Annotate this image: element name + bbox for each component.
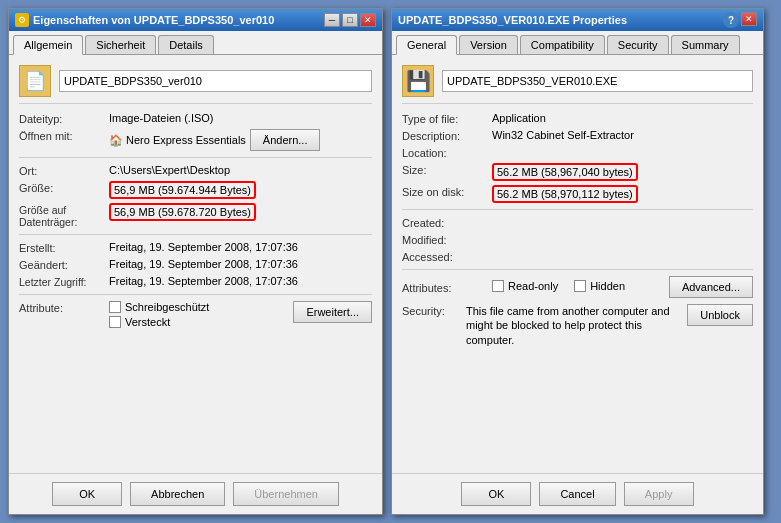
- size-on-disk-row: Size on disk: 56.2 MB (58,970,112 bytes): [402, 185, 753, 203]
- security-section: Security: This file came from another co…: [402, 304, 753, 347]
- right-separator-2: [402, 269, 753, 270]
- read-only-checkbox[interactable]: [492, 280, 504, 292]
- right-tab-bar: General Version Compatibility Security S…: [392, 31, 763, 55]
- left-title-bar: ⚙ Eigenschaften von UPDATE_BDPS350_ver01…: [9, 9, 382, 31]
- left-bottom-buttons: OK Abbrechen Übernehmen: [9, 473, 382, 514]
- versteckt-checkbox[interactable]: [109, 316, 121, 328]
- location-label: Location:: [402, 146, 492, 159]
- groesse-row: Größe: 56,9 MB (59.674.944 Bytes): [19, 181, 372, 199]
- tab-details[interactable]: Details: [158, 35, 214, 54]
- security-label: Security:: [402, 304, 462, 317]
- minimize-button[interactable]: ─: [324, 13, 340, 27]
- modified-row: Modified:: [402, 233, 753, 246]
- groesse-auf-row: Größe auf Datenträger: 56,9 MB (59.678.7…: [19, 203, 372, 228]
- erweitert-button[interactable]: Erweitert...: [293, 301, 372, 323]
- help-button[interactable]: ?: [723, 12, 739, 28]
- separator-1: [19, 157, 372, 158]
- cancel-button[interactable]: Cancel: [539, 482, 615, 506]
- versteckt-row: Versteckt: [109, 316, 293, 328]
- separator-2: [19, 234, 372, 235]
- security-text: This file came from another computer and…: [466, 304, 683, 347]
- close-button[interactable]: ✕: [360, 13, 376, 27]
- left-window-title: Eigenschaften von UPDATE_BDPS350_ver010: [33, 14, 274, 26]
- ok-button-left[interactable]: OK: [52, 482, 122, 506]
- groesse-label: Größe:: [19, 181, 109, 194]
- dateityp-value: Image-Dateien (.ISO): [109, 112, 372, 124]
- tab-version[interactable]: Version: [459, 35, 518, 54]
- groesse-value: 56,9 MB (59.674.944 Bytes): [109, 181, 372, 199]
- hidden-label: Hidden: [590, 280, 625, 292]
- geaendert-value: Freitag, 19. September 2008, 17:07:36: [109, 258, 372, 270]
- ort-row: Ort: C:\Users\Expert\Desktop: [19, 164, 372, 177]
- schreibgeschuetzt-checkbox[interactable]: [109, 301, 121, 313]
- accessed-row: Accessed:: [402, 250, 753, 263]
- created-row: Created:: [402, 216, 753, 229]
- read-only-label: Read-only: [508, 280, 558, 292]
- attributes-label: Attributes:: [402, 281, 492, 294]
- unblock-button[interactable]: Unblock: [687, 304, 753, 326]
- size-value: 56.2 MB (58,967,040 bytes): [492, 163, 753, 181]
- created-label: Created:: [402, 216, 492, 229]
- security-btn-col: Unblock: [687, 304, 753, 326]
- read-only-row: Read-only: [492, 280, 558, 292]
- ok-button-right[interactable]: OK: [461, 482, 531, 506]
- tab-compatibility[interactable]: Compatibility: [520, 35, 605, 54]
- size-highlight: 56.2 MB (58,967,040 bytes): [492, 163, 638, 181]
- attribute-checkboxes: Schreibgeschützt Versteckt: [109, 301, 293, 331]
- attribute-row: Attribute: Schreibgeschützt Versteckt Er…: [19, 301, 372, 331]
- groesse-auf-value: 56,9 MB (59.678.720 Bytes): [109, 203, 372, 221]
- file-header: 📄: [19, 65, 372, 104]
- erstellt-row: Erstellt: Freitag, 19. September 2008, 1…: [19, 241, 372, 254]
- tab-security[interactable]: Security: [607, 35, 669, 54]
- maximize-button[interactable]: □: [342, 13, 358, 27]
- advanced-button[interactable]: Advanced...: [669, 276, 753, 298]
- apply-button[interactable]: Apply: [624, 482, 694, 506]
- file-icon: 📄: [19, 65, 51, 97]
- ort-value: C:\Users\Expert\Desktop: [109, 164, 372, 176]
- right-title-bar-left: UPDATE_BDPS350_VER010.EXE Properties: [398, 14, 627, 26]
- attribute-label: Attribute:: [19, 301, 109, 314]
- type-row: Type of file: Application: [402, 112, 753, 125]
- left-properties-window: ⚙ Eigenschaften von UPDATE_BDPS350_ver01…: [8, 8, 383, 515]
- tab-general[interactable]: General: [396, 35, 457, 55]
- right-properties-window: UPDATE_BDPS350_VER010.EXE Properties ? ✕…: [391, 8, 764, 515]
- oeffnen-text: Nero Express Essentials: [126, 134, 246, 146]
- right-content: 💾 Type of file: Application Description:…: [392, 55, 763, 473]
- tab-summary[interactable]: Summary: [671, 35, 740, 54]
- type-label: Type of file:: [402, 112, 492, 125]
- right-separator-1: [402, 209, 753, 210]
- right-window-title: UPDATE_BDPS350_VER010.EXE Properties: [398, 14, 627, 26]
- location-row: Location:: [402, 146, 753, 159]
- right-file-name-input[interactable]: [442, 70, 753, 92]
- size-on-disk-label: Size on disk:: [402, 185, 492, 198]
- type-value: Application: [492, 112, 753, 124]
- accessed-label: Accessed:: [402, 250, 492, 263]
- tab-allgemein[interactable]: Allgemein: [13, 35, 83, 55]
- attributes-checkboxes: Read-only Hidden Advanced...: [492, 276, 753, 298]
- groesse-auf-highlight: 56,9 MB (59.678.720 Bytes): [109, 203, 256, 221]
- description-value: Win32 Cabinet Self-Extractor: [492, 129, 753, 141]
- ort-label: Ort:: [19, 164, 109, 177]
- size-on-disk-value: 56.2 MB (58,970,112 bytes): [492, 185, 753, 203]
- abbrechen-button[interactable]: Abbrechen: [130, 482, 225, 506]
- oeffnen-row: Öffnen mit: 🏠 Nero Express Essentials Än…: [19, 129, 372, 151]
- geaendert-row: Geändert: Freitag, 19. September 2008, 1…: [19, 258, 372, 271]
- groesse-auf-label: Größe auf Datenträger:: [19, 203, 109, 228]
- right-close-button[interactable]: ✕: [741, 12, 757, 26]
- groesse-highlight: 56,9 MB (59.674.944 Bytes): [109, 181, 256, 199]
- dateityp-row: Dateityp: Image-Dateien (.ISO): [19, 112, 372, 125]
- description-row: Description: Win32 Cabinet Self-Extracto…: [402, 129, 753, 142]
- left-content: 📄 Dateityp: Image-Dateien (.ISO) Öffnen …: [9, 55, 382, 473]
- aendern-button[interactable]: Ändern...: [250, 129, 321, 151]
- schreibgeschuetzt-label: Schreibgeschützt: [125, 301, 209, 313]
- file-name-input[interactable]: [59, 70, 372, 92]
- modified-label: Modified:: [402, 233, 492, 246]
- oeffnen-value: 🏠 Nero Express Essentials: [109, 134, 246, 147]
- description-label: Description:: [402, 129, 492, 142]
- hidden-row: Hidden: [574, 280, 625, 292]
- tab-sicherheit[interactable]: Sicherheit: [85, 35, 156, 54]
- oeffnen-value-container: 🏠 Nero Express Essentials Ändern...: [109, 129, 372, 151]
- geaendert-label: Geändert:: [19, 258, 109, 271]
- hidden-checkbox[interactable]: [574, 280, 586, 292]
- uebernehmen-button[interactable]: Übernehmen: [233, 482, 339, 506]
